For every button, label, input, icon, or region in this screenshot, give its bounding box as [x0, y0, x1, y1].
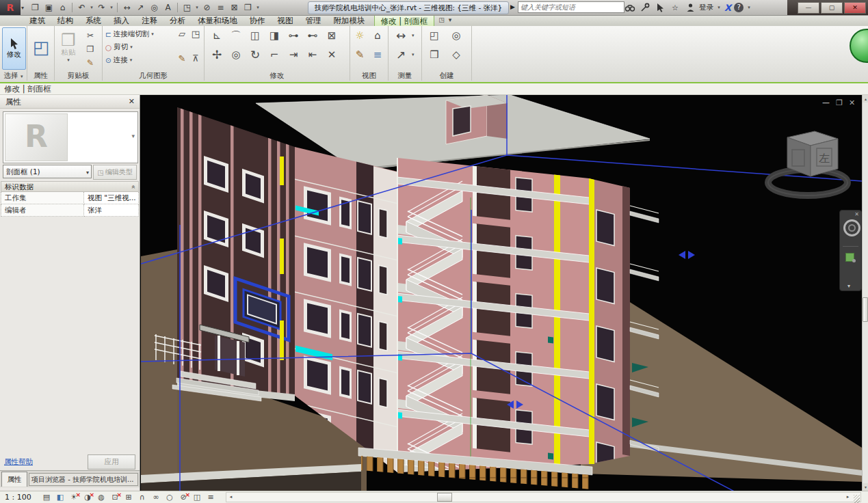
- measure-between-caret-icon[interactable]: ▾: [412, 52, 415, 57]
- move-icon[interactable]: ✢: [209, 46, 225, 63]
- view-scale-button[interactable]: 1 : 100: [5, 493, 31, 502]
- worksharing-display-icon[interactable]: ⊘×: [178, 492, 189, 502]
- tab-architecture[interactable]: 建筑: [23, 15, 51, 26]
- penthouse-stair-bulkhead[interactable]: [446, 95, 508, 144]
- temporary-hide-isolate-icon[interactable]: ∞: [150, 492, 161, 502]
- application-menu-button[interactable]: R: [0, 0, 21, 15]
- close-hidden-windows-icon[interactable]: ⊠: [228, 1, 241, 14]
- measure-between-icon[interactable]: ↗: [393, 46, 409, 63]
- ribbon-display-caret-icon[interactable]: ▾: [449, 15, 452, 26]
- delete-inner-icon[interactable]: ⊠: [324, 27, 340, 44]
- drawing-area-3d-view[interactable]: 左 — ❐ ✕ ✕ ▾: [141, 95, 862, 491]
- visual-style-icon[interactable]: ◧: [55, 492, 66, 502]
- join-geometry-button[interactable]: ⊙ 连接 ▾: [105, 54, 132, 66]
- properties-help-link[interactable]: 属性帮助: [4, 457, 33, 467]
- mirror-draw-axis-icon[interactable]: ◨: [266, 27, 282, 44]
- panel-label-clipboard[interactable]: 剪贴板: [55, 71, 102, 81]
- tag-icon[interactable]: ◎: [148, 1, 161, 14]
- crop-view-icon[interactable]: ⊡×: [109, 492, 120, 502]
- text-icon[interactable]: A: [161, 1, 174, 14]
- align-icon[interactable]: ⊾: [209, 27, 225, 44]
- help-caret-icon[interactable]: ▾: [746, 5, 752, 10]
- collapse-chevron-icon[interactable]: »: [129, 185, 136, 189]
- minimize-button[interactable]: —: [798, 2, 819, 14]
- maximize-button[interactable]: ▢: [821, 2, 843, 14]
- reveal-constraints-icon[interactable]: ≡: [205, 492, 216, 502]
- panel-label-create[interactable]: 创建: [422, 71, 471, 81]
- apply-button[interactable]: 应用: [88, 454, 135, 470]
- favorites-star-icon[interactable]: ☆: [669, 2, 681, 13]
- tab-collaborate[interactable]: 协作: [244, 15, 272, 26]
- vertical-scroll-thumb[interactable]: [863, 297, 868, 322]
- create-similar-icon[interactable]: ◎: [448, 27, 464, 44]
- viewcube[interactable]: 左: [768, 131, 847, 195]
- open-icon[interactable]: ❐: [29, 1, 42, 14]
- paste-button[interactable]: ❒ 粘贴 ▾: [57, 28, 79, 68]
- measure-caret-icon[interactable]: ▾: [412, 33, 415, 38]
- hide-elements-lightbulb-icon[interactable]: ☼: [352, 27, 368, 44]
- thin-lines-icon[interactable]: ≡: [214, 1, 227, 14]
- tab-properties-palette[interactable]: 属性: [1, 472, 27, 487]
- type-preview-caret-icon[interactable]: ▾: [131, 133, 135, 139]
- tab-massing-site[interactable]: 体量和场地: [192, 15, 244, 26]
- cut-geometry-button[interactable]: ○ 剪切 ▾: [105, 41, 133, 53]
- measure-icon[interactable]: ↔: [120, 1, 133, 14]
- help-cursor-icon[interactable]: [654, 2, 666, 13]
- scroll-left-icon[interactable]: ◂: [226, 493, 235, 502]
- view-minimize-icon[interactable]: —: [822, 98, 830, 107]
- beam-cope-icon[interactable]: ◳: [187, 26, 204, 42]
- panel-label-view[interactable]: 视图: [350, 71, 388, 81]
- create-assembly-icon[interactable]: ❒: [426, 46, 443, 63]
- copy-element-icon[interactable]: ◎: [228, 46, 244, 63]
- tab-annotate[interactable]: 注释: [135, 15, 163, 26]
- scroll-right-icon[interactable]: ▸: [843, 493, 852, 502]
- sign-in-caret-icon[interactable]: ▾: [716, 5, 722, 10]
- undo-caret-icon[interactable]: ▾: [89, 5, 94, 10]
- render-icon[interactable]: ⌂: [369, 27, 386, 44]
- mirror-pick-axis-icon[interactable]: ◫: [247, 27, 263, 44]
- help-icon[interactable]: ?: [734, 3, 744, 12]
- subscription-wrench-icon[interactable]: [639, 2, 651, 13]
- panel-label-select[interactable]: 选择 ▾: [0, 71, 27, 81]
- show-crop-region-icon[interactable]: ⊞: [123, 492, 134, 502]
- array-icon[interactable]: ⇤: [304, 46, 321, 63]
- unlocked-view-icon[interactable]: ∩: [137, 492, 148, 502]
- shadows-icon[interactable]: ◑×: [82, 492, 93, 502]
- navigation-bar[interactable]: ✕ ▾: [839, 210, 862, 291]
- viewcube-face-label[interactable]: 左: [819, 152, 830, 165]
- tab-project-browser[interactable]: 项目浏览器 - 技师学院机电培训...: [29, 473, 138, 486]
- property-value[interactable]: 张洋: [84, 204, 139, 217]
- tab-systems[interactable]: 系统: [79, 15, 107, 26]
- building-model-canvas[interactable]: 左: [141, 95, 862, 491]
- trim-icon[interactable]: ⌐: [266, 46, 282, 63]
- vertical-scrollbar[interactable]: ▴ ▾: [862, 95, 868, 491]
- type-selector-preview[interactable]: R ▾: [3, 111, 138, 163]
- offset-icon[interactable]: ⌒: [228, 27, 244, 44]
- detail-level-icon[interactable]: ▤: [41, 492, 52, 502]
- create-group-icon[interactable]: ◰: [426, 27, 443, 44]
- create-parts-icon[interactable]: ◇: [448, 46, 464, 63]
- panel-label-geometry[interactable]: 几何图形: [103, 71, 204, 81]
- application-menu-caret-icon[interactable]: ▾: [21, 5, 24, 11]
- sign-in-person-icon[interactable]: [684, 2, 696, 13]
- ribbon-display-toggle-icon[interactable]: ◳: [438, 15, 445, 26]
- measure-ruler-icon[interactable]: ↔: [393, 27, 409, 44]
- demolish-icon[interactable]: ⊼: [187, 51, 204, 67]
- aligned-dimension-icon[interactable]: ↗: [134, 1, 147, 14]
- rendering-dialog-icon[interactable]: ◍: [96, 492, 107, 502]
- close-button[interactable]: ✕: [844, 2, 866, 14]
- tab-insert[interactable]: 插入: [107, 15, 135, 26]
- edit-type-button[interactable]: ◳ 编辑类型: [93, 165, 137, 180]
- type-selector-dropdown[interactable]: 剖面框 (1) ▾: [3, 165, 92, 178]
- horizontal-scroll-thumb[interactable]: [437, 493, 452, 502]
- sign-in-label[interactable]: 登录: [699, 3, 713, 12]
- view-close-icon[interactable]: ✕: [849, 98, 855, 107]
- qat-customize-caret-icon[interactable]: ▾: [255, 5, 261, 10]
- default-3d-view-icon[interactable]: ◳: [181, 1, 194, 14]
- palette-close-icon[interactable]: ✕: [129, 97, 135, 106]
- view3d-caret-icon[interactable]: ▾: [194, 5, 200, 10]
- tab-addins[interactable]: 附加模块: [328, 15, 371, 26]
- split-icon[interactable]: ⇥: [285, 46, 302, 63]
- properties-palette-header[interactable]: 属性 ✕: [0, 95, 140, 109]
- sun-path-icon[interactable]: ☀×: [68, 492, 79, 502]
